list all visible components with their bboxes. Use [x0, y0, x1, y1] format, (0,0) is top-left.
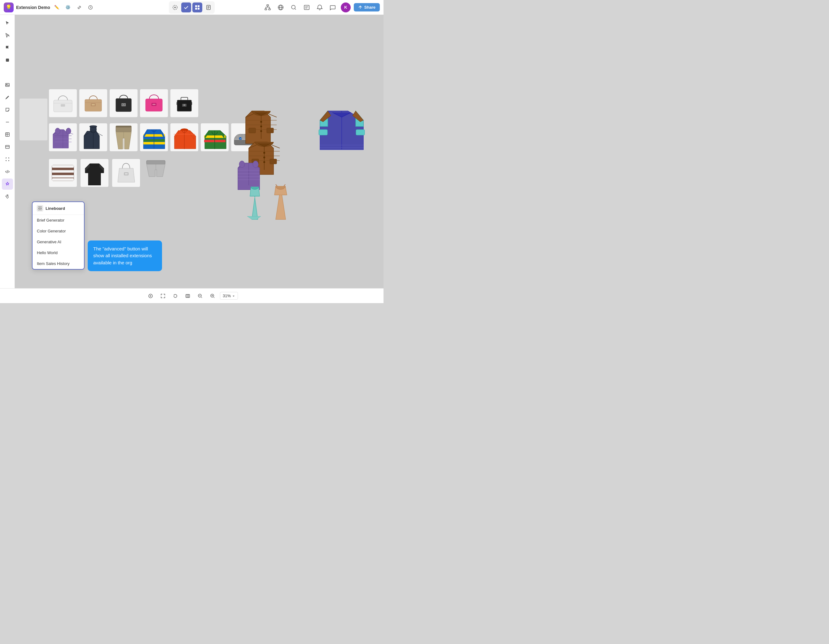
table-tool[interactable]	[2, 129, 13, 140]
item-striped-item[interactable]	[49, 159, 77, 187]
item-rugby-shirt[interactable]	[140, 123, 168, 151]
item-tan-bag[interactable]	[79, 89, 107, 117]
shape-tool[interactable]	[2, 55, 13, 66]
image-tool[interactable]	[2, 79, 13, 90]
dresses-group	[243, 184, 292, 222]
flag-tool[interactable]	[2, 42, 13, 53]
list-tool[interactable]	[2, 141, 13, 153]
item-gray-tote[interactable]	[112, 159, 140, 187]
history-button[interactable]	[86, 3, 95, 12]
item-striped-jersey[interactable]	[201, 123, 229, 151]
menu-item-brief-generator[interactable]: Brief Generator	[33, 215, 84, 226]
fullscreen-button[interactable]	[158, 291, 168, 301]
map-button[interactable]	[183, 291, 193, 301]
svg-rect-55	[249, 128, 255, 133]
cursor-tool[interactable]	[2, 17, 13, 28]
link-button[interactable]	[75, 3, 84, 12]
add-tool-button[interactable]	[170, 3, 180, 13]
app-icon: 💡	[4, 3, 14, 13]
item-pink-bag[interactable]	[140, 89, 168, 117]
extension-menu: Lineboard Brief Generator Color Generato…	[32, 202, 85, 270]
svg-point-37	[55, 128, 60, 134]
svg-rect-28	[123, 104, 124, 105]
item-gray-shorts[interactable]	[145, 159, 167, 179]
check-tool-button[interactable]	[181, 3, 191, 13]
search-button[interactable]	[289, 3, 299, 13]
canvas-area[interactable]: Lineboard Brief Generator Color Generato…	[15, 15, 383, 288]
menu-item-item-sales-history[interactable]: Item Sales History	[33, 258, 84, 269]
sticky-tool[interactable]	[2, 104, 13, 115]
svg-rect-4	[195, 8, 197, 9]
item-khaki-pants[interactable]	[110, 123, 137, 151]
svg-line-70	[284, 185, 285, 186]
doc-tool-button[interactable]	[203, 3, 213, 13]
item-black-structured-bag[interactable]	[170, 89, 198, 117]
menu-item-generative-ai[interactable]: Generative AI	[33, 237, 84, 247]
menu-item-color-generator[interactable]: Color Generator	[33, 226, 84, 237]
svg-rect-47	[52, 165, 74, 168]
pen-tool[interactable]	[2, 92, 13, 103]
svg-rect-13	[6, 58, 9, 62]
svg-point-67	[239, 161, 245, 168]
item-white-bag[interactable]	[49, 89, 77, 117]
row3	[49, 159, 140, 187]
svg-point-57	[260, 121, 262, 123]
zoom-in-button[interactable]	[208, 291, 217, 301]
share-button[interactable]: Share	[354, 3, 380, 11]
notification-button[interactable]	[315, 3, 325, 13]
svg-rect-44	[116, 126, 131, 127]
svg-rect-17	[6, 133, 9, 136]
pan-tool[interactable]	[2, 191, 13, 202]
chat-button[interactable]	[328, 3, 338, 13]
zoom-level[interactable]: 31%	[220, 292, 238, 300]
svg-rect-72	[40, 207, 42, 208]
item-orange-jacket[interactable]	[170, 123, 198, 151]
project-title: Extension Demo	[16, 5, 50, 10]
tooltip-text: The "advanced" button will show all inst…	[93, 246, 152, 265]
line-tool[interactable]	[2, 117, 13, 128]
svg-rect-48	[52, 170, 74, 173]
svg-rect-61	[356, 129, 365, 135]
play-button[interactable]	[146, 291, 156, 301]
large-blue-sweater[interactable]	[318, 102, 365, 153]
extensions-tool[interactable]	[2, 178, 13, 189]
center-tools	[169, 1, 215, 14]
menu-item-hello-world[interactable]: Hello World	[33, 247, 84, 258]
settings-button[interactable]: ⚙️	[64, 3, 72, 12]
text-tool[interactable]	[2, 67, 13, 78]
svg-rect-53	[147, 161, 165, 164]
item-beige-dress[interactable]	[269, 184, 292, 222]
frame-tool[interactable]	[2, 154, 13, 165]
toolbar-left: 💡 Extension Demo ✏️ ⚙️	[4, 3, 95, 13]
svg-rect-2	[195, 5, 197, 7]
svg-rect-49	[52, 175, 74, 178]
mode-tool-button[interactable]	[192, 3, 202, 13]
item-black-tshirt[interactable]	[80, 159, 109, 187]
svg-point-66	[263, 161, 265, 163]
list-button[interactable]	[302, 3, 312, 13]
item-dark-hoodie[interactable]	[79, 123, 107, 151]
auto-select-tool[interactable]	[2, 30, 13, 41]
svg-point-45	[239, 137, 242, 140]
undo-button[interactable]	[170, 291, 180, 301]
svg-point-68	[253, 161, 258, 168]
item-black-bag[interactable]	[110, 89, 137, 117]
avatar[interactable]: K	[341, 3, 351, 13]
item-purple-jacket[interactable]	[49, 123, 77, 151]
menu-header-icon	[37, 205, 43, 212]
svg-point-65	[263, 156, 265, 158]
svg-rect-23	[92, 104, 95, 105]
item-mint-dress[interactable]	[243, 184, 266, 222]
svg-rect-7	[267, 5, 269, 6]
svg-rect-71	[38, 207, 39, 208]
svg-rect-73	[38, 208, 39, 210]
svg-point-59	[260, 130, 262, 132]
globe-button[interactable]	[276, 3, 285, 13]
svg-point-38	[66, 128, 71, 134]
code-tool[interactable]	[2, 166, 13, 177]
hierarchy-button[interactable]	[263, 3, 273, 13]
zoom-out-button[interactable]	[195, 291, 205, 301]
edit-button[interactable]: ✏️	[53, 3, 61, 12]
svg-rect-8	[265, 9, 267, 10]
svg-rect-63	[270, 159, 277, 164]
